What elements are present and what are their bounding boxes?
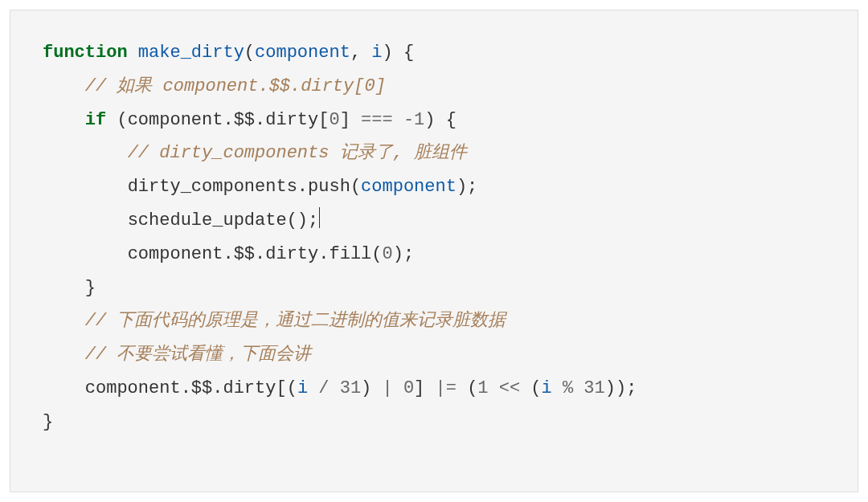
comment: // 下面代码的原理是，通过二进制的值来记录脏数据	[85, 311, 506, 331]
call-semi: ();	[287, 210, 319, 231]
code-snippet: function make_dirty(component, i) { // 如…	[10, 10, 858, 492]
comment: // dirty_components 记录了, 脏组件	[128, 143, 467, 163]
paren-close-semi: );	[457, 177, 477, 197]
paren-open: (	[106, 110, 127, 130]
identifier-dollar: $$	[234, 244, 255, 264]
paren-open: (	[287, 378, 297, 398]
comma: ,	[350, 43, 371, 63]
operator-mod: %	[552, 378, 584, 398]
number-31: 31	[340, 378, 361, 398]
dot: .	[212, 378, 223, 398]
code-line-2: // 如果 component.$$.dirty[0]	[43, 70, 825, 104]
identifier-i: i	[297, 378, 308, 398]
identifier-component: component	[85, 378, 181, 398]
dot: .	[297, 177, 308, 197]
number-0: 0	[329, 110, 339, 130]
brace-open: {	[446, 110, 457, 130]
operator-div: /	[308, 378, 340, 398]
identifier-dollar: $$	[191, 378, 212, 398]
code-line-7: component.$$.dirty.fill(0);	[43, 238, 825, 271]
code-line-6: schedule_update();	[43, 204, 825, 238]
function-schedule-update: schedule_update	[128, 210, 287, 231]
identifier-dollar: $$	[234, 110, 255, 130]
indent	[43, 244, 128, 264]
param-i: i	[371, 43, 382, 63]
brace-open: {	[393, 43, 414, 63]
number-0: 0	[383, 244, 393, 264]
paren-open: (	[467, 378, 477, 398]
brace-close: }	[43, 412, 53, 432]
code-line-8: }	[43, 271, 825, 305]
code-line-3: if (component.$$.dirty[0] === -1) {	[43, 104, 825, 137]
paren-close-semi: );	[393, 244, 414, 264]
indent	[43, 143, 128, 163]
operator-oreq: |=	[424, 378, 467, 398]
code-line-12: }	[43, 406, 825, 439]
paren-close: )	[605, 378, 616, 398]
identifier-component: component	[128, 110, 223, 130]
comment: // 不要尝试看懂，下面会讲	[85, 345, 312, 365]
arg-component: component	[361, 177, 457, 197]
code-line-10: // 不要尝试看懂，下面会讲	[43, 338, 825, 372]
identifier-i: i	[542, 378, 552, 398]
indent	[43, 76, 85, 96]
brace-close: }	[85, 278, 96, 298]
method-push: push	[308, 177, 350, 197]
paren-open: (	[244, 43, 255, 63]
indent	[43, 311, 85, 331]
identifier-dirty: dirty	[265, 244, 318, 264]
indent	[43, 345, 85, 365]
identifier-component: component	[128, 244, 223, 264]
paren-close: )	[361, 378, 371, 398]
number-31: 31	[583, 378, 604, 398]
dot: .	[181, 378, 191, 398]
number-1: 1	[477, 378, 488, 398]
code-line-4: // dirty_components 记录了, 脏组件	[43, 137, 825, 170]
bracket-open: [	[318, 110, 329, 130]
keyword-function: function	[43, 43, 128, 63]
param-component: component	[255, 43, 350, 63]
bracket-open: [	[276, 378, 286, 398]
paren-open: (	[530, 378, 541, 398]
operator-shl: <<	[489, 378, 531, 398]
code-line-5: dirty_components.push(component);	[43, 170, 825, 204]
identifier-dirty: dirty	[265, 110, 318, 130]
method-fill: fill	[329, 244, 371, 264]
function-name: make_dirty	[138, 43, 244, 63]
dot: .	[255, 110, 265, 130]
dot: .	[255, 244, 265, 264]
identifier-dirty-components: dirty_components	[128, 177, 297, 197]
identifier-dirty: dirty	[223, 378, 276, 398]
code-line-11: component.$$.dirty[(i / 31) | 0] |= (1 <…	[43, 372, 825, 406]
number-0: 0	[403, 378, 414, 398]
bracket-close: ]	[414, 378, 424, 398]
text-cursor	[319, 207, 320, 228]
indent	[43, 177, 128, 197]
code-line-9: // 下面代码的原理是，通过二进制的值来记录脏数据	[43, 304, 825, 338]
dot: .	[318, 244, 329, 264]
indent	[43, 210, 128, 231]
paren-open: (	[371, 244, 382, 264]
number-neg1: -1	[403, 110, 424, 130]
keyword-if: if	[85, 110, 106, 130]
dot: .	[223, 244, 233, 264]
comment: // 如果 component.$$.dirty[0]	[85, 76, 386, 96]
operator-or: |	[371, 378, 403, 398]
paren-close: )	[424, 110, 445, 130]
dot: .	[223, 110, 233, 130]
paren-close-semi: );	[616, 378, 637, 398]
paren-close: )	[383, 43, 393, 63]
indent	[43, 110, 85, 130]
bracket-close: ]	[340, 110, 350, 130]
paren-open: (	[350, 177, 361, 197]
indent	[43, 278, 85, 298]
indent	[43, 378, 85, 398]
operator-eq: ===	[350, 110, 403, 130]
code-line-1: function make_dirty(component, i) {	[43, 36, 825, 70]
